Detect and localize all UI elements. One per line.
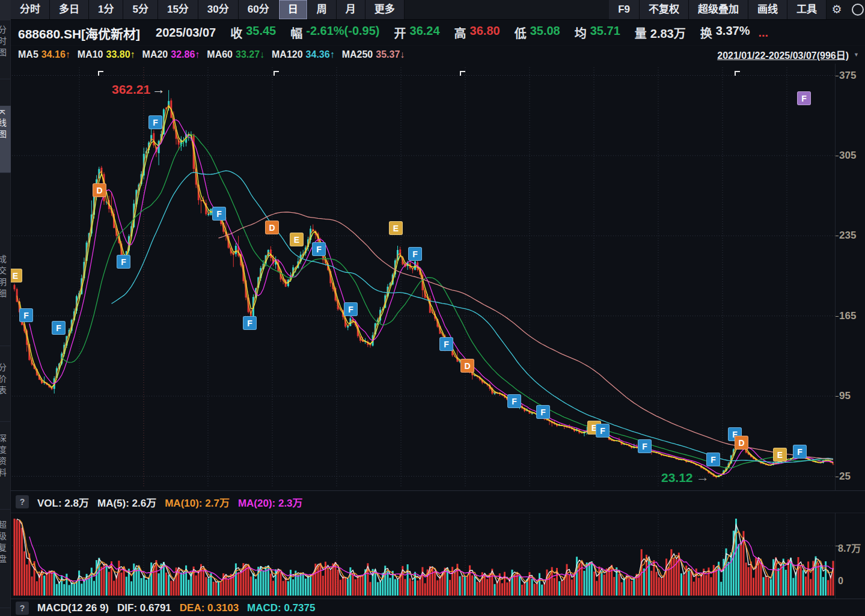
- ma-label: MA10: [78, 49, 103, 59]
- volume-help-button[interactable]: ?: [16, 495, 29, 508]
- period-button-15分[interactable]: 15分: [158, 0, 198, 19]
- macd-stat: DIF: 0.6791: [117, 602, 171, 614]
- volume-stat: MA(5): 2.6万: [97, 495, 156, 510]
- volume-values: VOL: 2.8万MA(5): 2.6万MA(10): 2.7万MA(20): …: [29, 495, 303, 510]
- marker-badge-E[interactable]: E: [773, 448, 787, 462]
- period-button-日[interactable]: 日: [279, 0, 308, 19]
- marker-badge-D[interactable]: D: [460, 359, 474, 373]
- toolbar-button-工具[interactable]: 工具: [787, 0, 827, 19]
- price-axis-label: 375: [839, 70, 856, 82]
- marker-badge-E[interactable]: E: [389, 221, 403, 235]
- quote-field-value: -2.61%(-0.95): [306, 24, 379, 41]
- quote-field-value: 35.08: [530, 24, 560, 41]
- sidebar-item-成交明细[interactable]: 成交明细: [0, 251, 11, 346]
- marker-badge-F[interactable]: F: [52, 321, 66, 335]
- volume-stat: MA(10): 2.7万: [165, 495, 230, 510]
- ma60-line: [62, 135, 833, 468]
- quote-field-低: 低35.08: [515, 24, 560, 41]
- marker-badge-F[interactable]: F: [148, 115, 162, 129]
- quote-field-label: 换: [700, 24, 712, 41]
- ma-value: 34.36↑: [306, 49, 335, 59]
- marker-badge-F[interactable]: F: [212, 207, 226, 221]
- marker-badge-F[interactable]: F: [638, 439, 652, 453]
- marker-badge-F[interactable]: F: [536, 405, 550, 419]
- marker-badge-F[interactable]: F: [117, 255, 130, 269]
- toolbar-button-画线[interactable]: 画线: [748, 0, 787, 19]
- marker-badge-F[interactable]: F: [706, 453, 720, 466]
- price-axis-label: 25: [839, 471, 851, 483]
- marker-badge-E[interactable]: E: [290, 233, 304, 246]
- settings-gear-icon[interactable]: ⚙: [827, 0, 847, 19]
- stock-info-bar: 688680.SH[海优新材] 2025/03/07 收35.45幅-2.61%…: [11, 20, 865, 46]
- toolbar-right-group: F9不复权超级叠加画线工具: [609, 0, 827, 19]
- marker-badge-F[interactable]: F: [507, 394, 521, 408]
- volume-info-bar: ? VOL: 2.8万MA(5): 2.6万MA(10): 2.7万MA(20)…: [11, 491, 865, 513]
- date-range-link[interactable]: 2021/01/22-2025/03/07(996日): [717, 47, 849, 62]
- ma-label: MA5: [18, 49, 38, 59]
- overflow-dots[interactable]: ...: [758, 26, 768, 40]
- marker-badge-F[interactable]: F: [344, 302, 358, 316]
- toolbar-button-F9[interactable]: F9: [609, 0, 640, 19]
- period-button-周[interactable]: 周: [308, 0, 337, 19]
- ma-item-MA5: MA534.16↑: [18, 49, 70, 60]
- kline-chart[interactable]: 3753052351659525 EFFDFFFFDEFFEFFDFFEFFFF…: [0, 64, 865, 490]
- volume-pane[interactable]: [0, 513, 865, 599]
- marker-badge-F[interactable]: F: [797, 91, 811, 105]
- ma-value: 32.86↑: [171, 49, 200, 59]
- marker-badge-F[interactable]: F: [596, 424, 610, 438]
- macd-stat: MACD: 0.7375: [247, 602, 315, 614]
- period-button-多日[interactable]: 多日: [50, 0, 89, 19]
- axis-separator: [835, 64, 836, 599]
- quote-field-value: 2.83万: [650, 24, 686, 41]
- marker-badge-F[interactable]: F: [243, 316, 257, 330]
- date-range-dropdown-icon[interactable]: ▼: [854, 52, 859, 58]
- marker-badge-D[interactable]: D: [735, 436, 748, 450]
- quote-fields: 收35.45幅-2.61%(-0.95)开36.24高36.80低35.08均3…: [216, 24, 750, 41]
- ma-label: MA250: [342, 49, 373, 59]
- volume-stat: VOL: 2.8万: [37, 495, 89, 510]
- quote-field-开: 开36.24: [394, 24, 440, 41]
- sidebar-item-分价表[interactable]: 分价表: [0, 359, 11, 422]
- quote-field-幅: 幅-2.61%(-0.95): [290, 24, 379, 41]
- sidebar-item-深度资料[interactable]: 深度资料: [0, 430, 11, 510]
- volume-pane-svg[interactable]: [0, 513, 865, 599]
- period-button-月[interactable]: 月: [337, 0, 365, 19]
- marker-badge-F[interactable]: F: [312, 242, 326, 256]
- ma-label: MA120: [272, 49, 303, 59]
- quote-field-value: 36.24: [410, 24, 440, 41]
- clock-icon[interactable]: [847, 0, 865, 19]
- period-button-30分[interactable]: 30分: [198, 0, 239, 19]
- corner-mark: [460, 71, 465, 76]
- marker-badge-F[interactable]: F: [19, 308, 33, 322]
- volume-stat: MA(20): 2.3万: [238, 495, 303, 510]
- ma-item-MA20: MA2032.86↑: [142, 49, 200, 60]
- marker-badge-D[interactable]: D: [265, 221, 279, 234]
- ma-values-bar: MA534.16↑MA1033.80↑MA2032.86↑MA6033.27↓M…: [11, 46, 865, 64]
- period-button-分时[interactable]: 分时: [11, 0, 50, 19]
- toolbar-button-不复权[interactable]: 不复权: [640, 0, 689, 19]
- price-axis-label: 305: [839, 150, 856, 162]
- ma-value: 34.16↑: [41, 49, 70, 59]
- sidebar-item-分时图[interactable]: 分时图: [0, 22, 11, 79]
- price-axis-label: 235: [839, 230, 856, 242]
- toolbar-button-超级叠加[interactable]: 超级叠加: [689, 0, 748, 19]
- low-price-annotation: 23.12: [661, 471, 693, 485]
- marker-badge-F[interactable]: F: [408, 247, 422, 261]
- period-button-5分[interactable]: 5分: [123, 0, 157, 19]
- quote-date: 2025/03/07: [156, 26, 216, 40]
- period-button-1分[interactable]: 1分: [89, 0, 123, 19]
- volume-axis-zero-label: 0: [838, 576, 843, 587]
- marker-badge-F[interactable]: F: [439, 337, 453, 351]
- period-button-更多[interactable]: 更多: [365, 0, 405, 19]
- sidebar-item-超级复盘[interactable]: 超级复盘: [0, 517, 11, 608]
- sidebar-item-K线图[interactable]: K线图: [0, 106, 11, 173]
- marker-badge-F[interactable]: F: [793, 445, 807, 459]
- macd-help-button[interactable]: ?: [16, 602, 29, 615]
- quote-field-均: 均35.71: [575, 24, 620, 41]
- quote-field-value: 36.80: [470, 24, 500, 41]
- marker-badge-D[interactable]: D: [93, 183, 106, 197]
- kline-chart-svg[interactable]: [0, 64, 865, 490]
- volume-axis-max-label: 8.7万: [838, 540, 861, 555]
- period-button-60分[interactable]: 60分: [239, 0, 279, 19]
- ma-items: MA534.16↑MA1033.80↑MA2032.86↑MA6033.27↓M…: [11, 49, 405, 60]
